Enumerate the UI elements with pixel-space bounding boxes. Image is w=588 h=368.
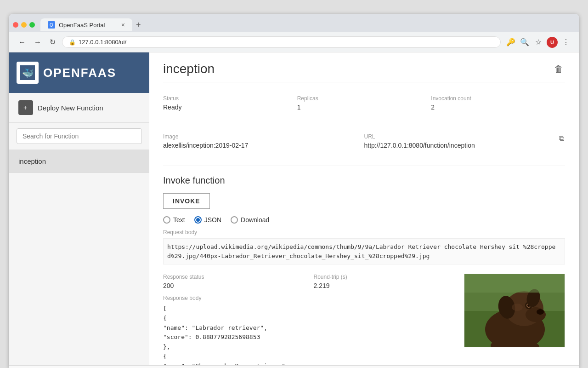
zoom-icon[interactable]: 🔍 [519, 37, 530, 48]
tab-favicon: O [48, 21, 55, 29]
function-header: inception 🗑 [163, 62, 565, 82]
function-title: inception [163, 62, 215, 76]
roundtrip-label: Round-trip (s) [314, 274, 455, 280]
bookmark-icon[interactable]: ☆ [533, 37, 544, 48]
reload-button[interactable]: ↻ [48, 36, 57, 48]
invoke-section: Invoke function INVOKE Text JSON [163, 166, 565, 365]
response-line-5: }, [163, 342, 455, 352]
url-text: 127.0.0.1:8080/ui/ [79, 39, 494, 46]
logo-icon: 🐳 [17, 62, 39, 84]
invocation-value: 2 [431, 104, 565, 111]
json-option-label: JSON [204, 216, 221, 224]
sidebar: 🐳 OPENFAAS + Deploy New Function [9, 52, 149, 365]
url-value: http://127.0.0.1:8080/function/inception [364, 142, 555, 149]
svg-rect-19 [464, 274, 565, 293]
function-item[interactable]: inception [9, 150, 149, 173]
image-value: alexellis/inception:2019-02-17 [163, 142, 364, 149]
text-option-label: Text [173, 216, 185, 224]
status-label: Status [163, 95, 297, 102]
info-grid: Status Ready Replicas 1 Invocation count… [163, 92, 565, 116]
logo-text: OPENFAAS [43, 66, 116, 80]
maximize-window-btn[interactable] [29, 22, 35, 28]
user-avatar[interactable]: U [547, 37, 558, 48]
image-url-grid: Image alexellis/inception:2019-02-17 URL… [163, 124, 565, 155]
app-container: 🐳 OPENFAAS + Deploy New Function [9, 52, 579, 365]
roundtrip-value: 2.219 [314, 282, 455, 289]
response-line-3: "name": "Labrador retriever", [163, 323, 455, 333]
deploy-new-function-button[interactable]: + Deploy New Function [9, 93, 149, 123]
format-download-option[interactable]: Download [231, 216, 269, 224]
address-bar: ← → ↻ 🔒 127.0.0.1:8080/ui/ 🔑 🔍 ☆ U ⋮ [9, 32, 579, 52]
format-json-option[interactable]: JSON [194, 216, 221, 224]
sidebar-content: + Deploy New Function inception [9, 93, 149, 365]
image-label: Image [163, 133, 364, 140]
active-tab[interactable]: O OpenFaaS Portal × [40, 18, 132, 31]
svg-point-16 [512, 304, 523, 311]
copy-url-button[interactable]: ⧉ [558, 133, 565, 144]
status-cell: Status Ready [163, 92, 297, 116]
json-radio[interactable] [194, 216, 202, 224]
replicas-label: Replicas [297, 95, 431, 102]
response-line-6: { [163, 352, 455, 362]
back-button[interactable]: ← [17, 36, 28, 48]
url-label: URL [364, 133, 555, 140]
main-content: inception 🗑 Status Ready Replicas 1 Invo… [149, 52, 579, 365]
key-icon[interactable]: 🔑 [505, 37, 516, 48]
deploy-icon: + [18, 100, 33, 115]
download-option-label: Download [241, 216, 269, 224]
url-box[interactable]: 🔒 127.0.0.1:8080/ui/ [62, 36, 501, 48]
search-box [9, 123, 149, 150]
request-body-text[interactable]: https://upload.wikimedia.org/wikipedia/c… [163, 238, 565, 264]
invocation-cell: Invocation count 2 [431, 92, 565, 116]
close-window-btn[interactable] [13, 22, 18, 28]
image-cell: Image alexellis/inception:2019-02-17 [163, 130, 364, 155]
invocation-label: Invocation count [431, 95, 565, 102]
url-cell: URL http://127.0.0.1:8080/function/incep… [364, 130, 565, 155]
text-radio[interactable] [163, 216, 170, 224]
new-tab-button[interactable]: + [132, 19, 145, 31]
svg-text:+: + [23, 104, 27, 111]
status-value: Ready [163, 104, 297, 111]
response-status-label: Response status [163, 274, 305, 280]
menu-icon[interactable]: ⋮ [560, 37, 571, 48]
minimize-window-btn[interactable] [21, 22, 27, 28]
response-section: Response status 200 Round-trip (s) 2.219… [163, 274, 565, 365]
svg-text:🐳: 🐳 [22, 68, 34, 79]
response-line-7: "name": "Chesapeake Bay retriever", [163, 362, 455, 365]
window-controls [13, 22, 35, 28]
response-body-code: [ { "name": "Labrador retriever", "score… [163, 304, 455, 365]
response-left: Response status 200 Round-trip (s) 2.219… [163, 274, 455, 365]
format-options: Text JSON Download [163, 216, 565, 224]
function-name: inception [18, 157, 46, 165]
response-image [464, 274, 565, 347]
deploy-button-label: Deploy New Function [38, 104, 103, 112]
invoke-title: Invoke function [163, 175, 565, 186]
response-body-label: Response body [163, 295, 455, 301]
function-list: inception [9, 150, 149, 173]
response-line-1: [ [163, 304, 455, 314]
replicas-cell: Replicas 1 [297, 92, 431, 116]
browser-nav-icons: 🔑 🔍 ☆ U ⋮ [505, 37, 571, 48]
forward-button[interactable]: → [32, 36, 43, 48]
search-input[interactable] [17, 128, 142, 144]
svg-point-8 [526, 307, 546, 322]
response-line-4: "score": 0.8887792825698853 [163, 333, 455, 342]
lock-icon: 🔒 [69, 39, 76, 46]
format-text-option[interactable]: Text [163, 216, 185, 224]
tab-close-btn[interactable]: × [121, 21, 125, 29]
invoke-button[interactable]: INVOKE [163, 193, 210, 209]
tab-label: OpenFaaS Portal [59, 22, 105, 29]
roundtrip-cell: Round-trip (s) 2.219 [314, 274, 455, 289]
download-radio[interactable] [231, 216, 238, 224]
sidebar-logo: 🐳 OPENFAAS [9, 52, 149, 93]
response-line-2: { [163, 314, 455, 323]
response-status-cell: Response status 200 [163, 274, 305, 289]
footer-bar: CSDN @软工2023_怎么起名都不队 [9, 365, 579, 368]
replicas-value: 1 [297, 104, 431, 111]
response-status-row: Response status 200 Round-trip (s) 2.219 [163, 274, 455, 289]
request-body-label: Request body [163, 229, 565, 236]
response-status-value: 200 [163, 282, 305, 289]
svg-point-9 [537, 309, 544, 315]
delete-button[interactable]: 🗑 [552, 62, 565, 76]
